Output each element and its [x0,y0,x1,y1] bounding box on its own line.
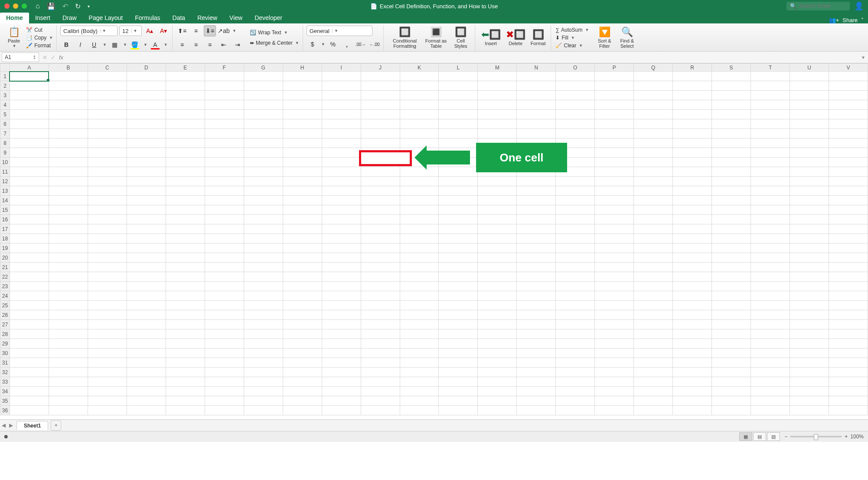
row-header[interactable]: 33 [0,377,10,387]
cell[interactable] [361,91,400,100]
cell[interactable] [127,129,166,138]
cell[interactable] [322,272,361,282]
cell[interactable] [49,148,88,158]
cell[interactable] [595,291,634,301]
cell[interactable] [634,196,673,205]
cell[interactable] [244,348,283,358]
row-header[interactable]: 26 [0,310,10,320]
cell[interactable] [283,368,322,377]
cell[interactable] [712,348,751,358]
cell[interactable] [556,310,595,320]
cell[interactable] [634,282,673,291]
tab-page-layout[interactable]: Page Layout [83,13,129,23]
fx-icon[interactable]: fx [59,54,63,61]
cell[interactable] [322,215,361,224]
cell[interactable] [829,406,868,415]
cell[interactable] [790,301,829,310]
row-header[interactable]: 11 [0,167,10,177]
cell[interactable] [712,196,751,205]
cell[interactable] [10,148,49,158]
cell[interactable] [517,205,556,215]
cell[interactable] [439,167,478,177]
cell[interactable] [634,406,673,415]
cell[interactable] [49,291,88,301]
cell[interactable] [244,339,283,348]
cell[interactable] [361,263,400,272]
cell[interactable] [751,272,790,282]
cell[interactable] [790,234,829,243]
cell[interactable] [400,263,439,272]
cell[interactable] [244,167,283,177]
row-header[interactable]: 23 [0,282,10,291]
cell[interactable] [439,177,478,186]
cell[interactable] [829,138,868,148]
cell[interactable] [400,110,439,119]
cell[interactable] [88,406,127,415]
cell[interactable] [244,243,283,253]
cell[interactable] [205,358,244,368]
cell[interactable] [478,110,517,119]
cell[interactable] [127,291,166,301]
cell[interactable] [166,396,205,406]
cell[interactable] [361,329,400,339]
cell[interactable] [673,282,712,291]
cell[interactable] [673,81,712,91]
cell[interactable] [322,243,361,253]
row-header[interactable]: 10 [0,158,10,167]
cell[interactable] [751,100,790,110]
cell[interactable] [595,158,634,167]
cell[interactable] [751,339,790,348]
cell[interactable] [166,129,205,138]
format-painter-button[interactable]: 🖌️Format [25,42,54,49]
cell[interactable] [790,158,829,167]
cell[interactable] [49,72,88,81]
cell[interactable] [634,205,673,215]
cell[interactable] [127,253,166,263]
cell[interactable] [517,348,556,358]
cell[interactable] [244,119,283,129]
cell[interactable] [244,387,283,396]
cell[interactable] [829,243,868,253]
cell[interactable] [400,348,439,358]
cell[interactable] [829,263,868,272]
row-header[interactable]: 16 [0,215,10,224]
cell[interactable] [673,129,712,138]
cell[interactable] [283,320,322,329]
cell[interactable] [790,387,829,396]
name-box-stepper[interactable]: ▲▼ [33,55,36,60]
cell[interactable] [244,72,283,81]
cell[interactable] [283,377,322,387]
cell[interactable] [127,167,166,177]
cell[interactable] [400,158,439,167]
row-header[interactable]: 25 [0,301,10,310]
cell[interactable] [439,138,478,148]
cell[interactable] [712,91,751,100]
cell[interactable] [283,186,322,196]
cell[interactable] [439,196,478,205]
cell[interactable] [673,186,712,196]
cell[interactable] [595,205,634,215]
row-header[interactable]: 2 [0,81,10,91]
cell[interactable] [751,406,790,415]
cell[interactable] [595,368,634,377]
cell[interactable] [751,196,790,205]
cell[interactable] [478,243,517,253]
cell[interactable] [166,119,205,129]
cell[interactable] [127,243,166,253]
cell[interactable] [283,263,322,272]
cell[interactable] [556,234,595,243]
cell[interactable] [517,282,556,291]
cell[interactable] [400,167,439,177]
cell[interactable] [751,387,790,396]
cell[interactable] [673,339,712,348]
cell[interactable] [790,186,829,196]
row-header[interactable]: 5 [0,110,10,119]
cut-button[interactable]: ✂️Cut [25,26,54,33]
cell[interactable] [829,329,868,339]
autosum-button[interactable]: ∑AutoSum▼ [555,26,590,33]
row-header[interactable]: 36 [0,406,10,415]
cell[interactable] [829,377,868,387]
cell[interactable] [790,100,829,110]
cell[interactable] [829,234,868,243]
cell[interactable] [361,234,400,243]
